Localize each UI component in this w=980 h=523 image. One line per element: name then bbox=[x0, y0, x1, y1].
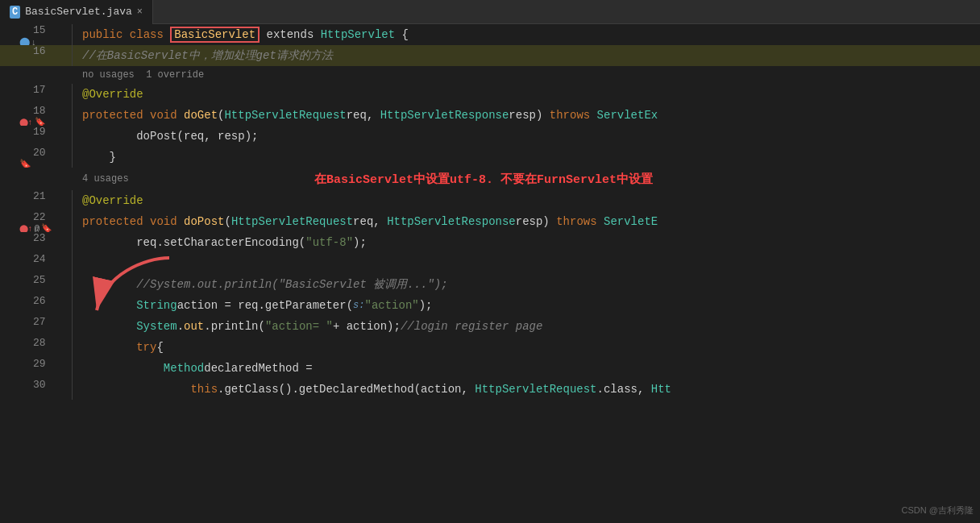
line-num-17: 17 bbox=[20, 84, 52, 96]
watermark: CSDN @吉利秀隆 bbox=[902, 504, 974, 517]
code-content-18: protected void doGet(HttpServletRequest … bbox=[73, 105, 980, 126]
code-content-17: @Override bbox=[73, 84, 980, 105]
editor-window: C BasicServlet.java × 15 ⬤ ↓ public clas… bbox=[0, 0, 980, 523]
code-line-19: 19 doPost(req, resp); bbox=[0, 126, 980, 147]
tab-filename: BasicServlet.java bbox=[25, 6, 132, 18]
tab-close-button[interactable]: × bbox=[137, 6, 143, 18]
code-line-22: 22 ⬤↑ @ 🔖 protected void doPost(HttpServ… bbox=[0, 211, 980, 232]
code-line-29: 29 Method declaredMethod = bbox=[0, 358, 980, 379]
code-content-30: this.getClass().getDeclaredMethod(action… bbox=[73, 379, 980, 400]
line-num-30: 30 bbox=[20, 379, 52, 391]
code-content-15: public class BasicServlet extends HttpSe… bbox=[73, 24, 980, 45]
code-line-28: 28 try { bbox=[0, 337, 980, 358]
line-num-24: 24 bbox=[20, 253, 52, 265]
class-name-box: BasicServlet bbox=[170, 27, 260, 43]
line-num-27: 27 bbox=[20, 316, 52, 328]
code-line-17: 17 @Override bbox=[0, 84, 980, 105]
code-content-21: @Override bbox=[73, 190, 980, 211]
code-line-16: 16 //在BasicServlet中，增加处理get请求的方法 bbox=[0, 45, 980, 66]
line-num-23: 23 bbox=[20, 232, 52, 244]
meta-no-usages: no usages 1 override bbox=[73, 66, 980, 84]
code-content-23: req.setCharacterEncoding("utf-8"); bbox=[73, 232, 980, 253]
code-content-19: doPost(req, resp); bbox=[73, 126, 980, 147]
code-content-26: String action = req.getParameter(s: "act… bbox=[73, 295, 980, 316]
meta-line-usages: no usages 1 override bbox=[0, 66, 980, 84]
line-num-19: 19 bbox=[20, 126, 52, 138]
code-line-27: 27 System.out.println("action= " + actio… bbox=[0, 316, 980, 337]
code-content-22: protected void doPost(HttpServletRequest… bbox=[73, 211, 980, 232]
code-line-23: 23 req.setCharacterEncoding("utf-8"); bbox=[0, 232, 980, 253]
file-tab[interactable]: C BasicServlet.java × bbox=[0, 0, 153, 24]
code-line-18: 18 ⬤↑ 🔖 protected void doGet(HttpServlet… bbox=[0, 105, 980, 126]
usages-count: 4 usages bbox=[82, 173, 129, 185]
cn-annotation-text: 在BasicServlet中设置utf-8. 不要在FurnServlet中设置 bbox=[314, 172, 653, 187]
line-num-21: 21 bbox=[20, 190, 52, 202]
line-num-16: 16 bbox=[20, 45, 52, 57]
code-line-24: 24 bbox=[0, 253, 980, 274]
code-line-30: 30 this.getClass().getDeclaredMethod(act… bbox=[0, 379, 980, 400]
tab-bar: C BasicServlet.java × bbox=[0, 0, 980, 24]
java-file-icon: C bbox=[10, 6, 20, 19]
code-line-15: 15 ⬤ ↓ public class BasicServlet extends… bbox=[0, 24, 980, 45]
code-line-25: 25 //System.out.println("BasicServlet 被调… bbox=[0, 274, 980, 295]
code-line-26: 26 String action = req.getParameter(s: "… bbox=[0, 295, 980, 316]
line-num-20: 20 bbox=[20, 147, 52, 159]
line-num-28: 28 bbox=[20, 337, 52, 349]
code-content-29: Method declaredMethod = bbox=[73, 358, 980, 379]
line-num-15: 15 bbox=[20, 24, 52, 36]
meta-4usages-container: 4 usages 在BasicServlet中设置utf-8. 不要在FurnS… bbox=[73, 168, 980, 190]
code-content-20: } bbox=[73, 147, 980, 168]
line-num-18: 18 bbox=[20, 105, 52, 117]
code-content-27: System.out.println("action= " + action);… bbox=[73, 316, 980, 337]
line-num-29: 29 bbox=[20, 358, 52, 370]
code-line-20: 20 🔖 } bbox=[0, 147, 980, 168]
line-num-25: 25 bbox=[20, 274, 52, 286]
editor-body: 15 ⬤ ↓ public class BasicServlet extends… bbox=[0, 24, 980, 523]
line-num-26: 26 bbox=[20, 295, 52, 307]
code-content-28: try { bbox=[73, 337, 980, 358]
code-line-21: 21 @Override bbox=[0, 190, 980, 211]
code-content-24 bbox=[73, 253, 980, 274]
meta-line-4usages: 4 usages 在BasicServlet中设置utf-8. 不要在FurnS… bbox=[0, 168, 980, 190]
line-num-22: 22 bbox=[20, 211, 52, 223]
code-content-25: //System.out.println("BasicServlet 被调用..… bbox=[73, 274, 980, 295]
code-content-16: //在BasicServlet中，增加处理get请求的方法 bbox=[73, 45, 980, 66]
